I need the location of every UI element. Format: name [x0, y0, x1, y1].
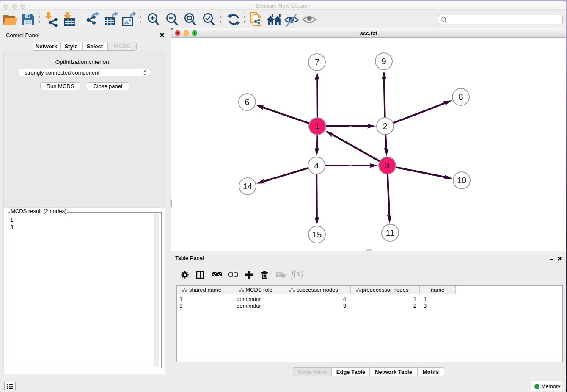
svg-text:9: 9 — [381, 57, 386, 66]
svg-text:15: 15 — [312, 230, 322, 239]
svg-text:6: 6 — [245, 97, 249, 107]
svg-text:1: 1 — [315, 121, 319, 131]
svg-text:3: 3 — [385, 161, 389, 170]
svg-text:14: 14 — [243, 182, 252, 191]
svg-text:11: 11 — [386, 228, 395, 237]
svg-text:2: 2 — [383, 121, 387, 131]
svg-text:7: 7 — [314, 58, 319, 67]
svg-text:8: 8 — [458, 92, 463, 102]
svg-text:10: 10 — [457, 176, 466, 185]
svg-text:4: 4 — [314, 161, 319, 170]
